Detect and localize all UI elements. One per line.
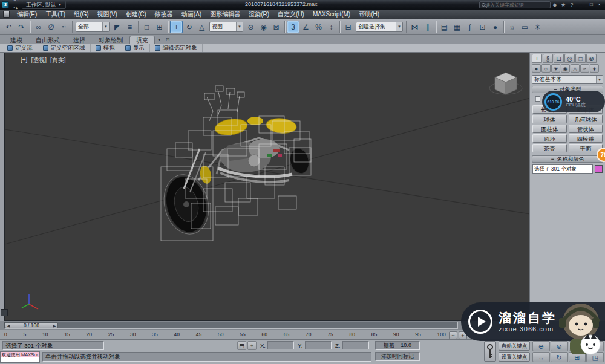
pan-view-button[interactable]: ↔ (532, 352, 550, 362)
category-helpers-icon[interactable]: △ (571, 64, 580, 73)
x-coordinate-field[interactable] (267, 341, 294, 349)
menu-item-11[interactable]: 帮助(H) (355, 10, 384, 19)
percent-snap-toggle-button[interactable]: % (312, 21, 325, 33)
ribbon-tab-3[interactable]: 对象绘制 (92, 36, 129, 44)
z-coordinate-field[interactable] (342, 341, 369, 349)
category-shapes-icon[interactable]: ○ (541, 64, 551, 73)
ribbon-pin-icon[interactable]: ⊡ (163, 36, 172, 44)
ribbon-tab-0[interactable]: 建模 (4, 36, 29, 44)
set-key-button[interactable]: 设置关键点 (499, 352, 530, 362)
ribbon-tool-1[interactable]: 定义空闲区域 (38, 44, 91, 52)
menu-item-3[interactable]: 视图(V) (93, 10, 122, 19)
object-button-7[interactable]: 四棱锥 (569, 134, 603, 143)
select-and-link-button[interactable]: ∞ (32, 21, 45, 33)
viewport-menu-1[interactable]: [透视] (31, 56, 47, 65)
rendered-frame-window-button[interactable]: ▭ (518, 21, 531, 33)
menu-item-9[interactable]: 自定义(U) (273, 10, 309, 19)
selection-lock-icon[interactable]: ⬒ (237, 341, 246, 350)
viewport-menu-2[interactable]: [真实] (50, 56, 66, 65)
category-space-warps-icon[interactable]: ≈ (580, 64, 589, 73)
category-systems-icon[interactable]: ∗ (590, 64, 599, 73)
spinner-snap-toggle-button[interactable]: ↕ (325, 21, 338, 33)
close-button[interactable]: × (595, 1, 603, 8)
layer-manager-button[interactable]: ▤ (438, 21, 451, 33)
unlink-selection-button[interactable]: ∅ (45, 21, 57, 33)
curve-editor-button[interactable]: ∫ (463, 21, 476, 33)
object-name-field[interactable] (532, 164, 593, 174)
ribbon-tool-0[interactable]: 定义流 (2, 44, 38, 52)
named-selection-sets-dropdown[interactable]: 创建选择集▼ (356, 22, 403, 32)
rectangular-selection-region-button[interactable]: □ (140, 21, 153, 33)
panel-tab-display[interactable]: □ (575, 54, 586, 63)
object-button-2[interactable]: 球体 (532, 115, 567, 123)
menu-item-1[interactable]: 工具(T) (41, 10, 70, 19)
qat-undo-icon[interactable]: ↶ (11, 0, 20, 5)
next-frame-icon[interactable]: ▶ (51, 323, 57, 328)
mini-panel-button[interactable] (1, 309, 8, 316)
panel-tab-utilities[interactable]: ⊗ (586, 54, 597, 63)
select-and-uniform-scale-button[interactable]: △ (195, 21, 208, 33)
rollout-name-color[interactable]: − 名称和颜色 (532, 155, 603, 163)
motorcycle-model[interactable] (158, 86, 312, 239)
panel-tab-motion[interactable]: ◎ (564, 54, 575, 63)
menu-item-5[interactable]: 修改器 (151, 10, 177, 19)
select-object-button[interactable]: ◤ (111, 21, 123, 33)
ribbon-toggle-button[interactable]: ▦ (451, 21, 463, 33)
menu-item-10[interactable]: MAXScript(M) (309, 10, 355, 19)
y-coordinate-field[interactable] (305, 341, 332, 349)
use-pivot-point-center-button[interactable]: ⊙ (244, 21, 257, 33)
time-slider-handle[interactable]: ◀ 0 / 100 ▶ (5, 322, 58, 328)
panel-tab-modify[interactable]: § (543, 54, 553, 63)
redo-button[interactable]: ↷ (15, 21, 28, 33)
select-and-manipulate-button[interactable]: ◉ (257, 21, 270, 33)
maxscript-listener-row[interactable] (1, 357, 39, 362)
maxscript-mini-listener[interactable]: 欢迎使用 MAXScr (0, 351, 40, 363)
add-time-tag[interactable]: 添加时间标记 (375, 352, 420, 361)
align-button[interactable]: ∥ (421, 21, 434, 33)
menu-item-4[interactable]: 创建(C) (122, 10, 151, 19)
ribbon-tool-4[interactable]: 编辑选定对象 (150, 44, 203, 52)
select-and-rotate-button[interactable]: ↻ (183, 21, 195, 33)
object-button-4[interactable]: 圆柱体 (532, 125, 567, 133)
workspace-dropdown[interactable]: 工作区: 默认 ▼ (22, 1, 66, 9)
search-input[interactable] (485, 2, 548, 8)
keyboard-shortcut-override-button[interactable]: ⊠ (270, 21, 283, 33)
select-and-move-button[interactable]: + (170, 21, 183, 33)
absolute-offset-mode-icon[interactable]: + (247, 341, 257, 350)
previous-frame-icon[interactable]: ◀ (5, 323, 11, 328)
ribbon-tab-1[interactable]: 自由形式 (29, 36, 67, 44)
object-button-6[interactable]: 圆环 (532, 134, 567, 143)
auto-key-button[interactable]: 自动关键点 (499, 341, 530, 351)
menu-item-0[interactable]: 编辑(E) (13, 10, 41, 19)
communication-center-icon[interactable]: ◆ (551, 1, 559, 9)
material-editor-button[interactable]: ● (489, 21, 502, 33)
category-lights-icon[interactable]: ☀ (551, 64, 560, 73)
infocenter-search[interactable] (479, 1, 551, 8)
menu-item-6[interactable]: 动画(A) (177, 10, 206, 19)
ribbon-tab-2[interactable]: 选择 (67, 36, 92, 44)
render-production-button[interactable]: ☀ (531, 21, 544, 33)
maximize-button[interactable]: □ (587, 1, 595, 8)
menu-item-2[interactable]: 组(G) (70, 10, 93, 19)
category-geometry-icon[interactable]: ● (532, 64, 541, 73)
menu-item-7[interactable]: 图形编辑器 (206, 10, 244, 19)
favorites-icon[interactable]: ★ (559, 1, 567, 9)
viewport-menu-0[interactable]: [+] (21, 56, 27, 65)
edit-named-selection-sets-button[interactable]: ⊟ (342, 21, 355, 33)
category-cameras-icon[interactable]: ◉ (561, 64, 570, 73)
bind-to-space-warp-button[interactable]: ≈ (57, 21, 70, 33)
ribbon-tool-2[interactable]: 模拟 (91, 44, 120, 52)
menu-item-8[interactable]: 渲染(R) (244, 10, 273, 19)
app-logo-icon[interactable]: 3 (2, 1, 9, 8)
set-keys-button[interactable] (484, 341, 496, 362)
object-button-5[interactable]: 管状体 (569, 125, 603, 133)
window-crossing-toggle-button[interactable]: ⊞ (153, 21, 166, 33)
maxscript-macro-row[interactable]: 欢迎使用 MAXScr (1, 352, 39, 357)
autogrid-checkbox[interactable] (535, 96, 540, 102)
snaps-toggle-3d-button[interactable]: 3 (287, 21, 299, 33)
subcategory-dropdown[interactable]: 标准基本体 ▼ (532, 75, 603, 84)
panel-tab-hierarchy[interactable]: ⊟ (554, 54, 564, 63)
open-mini-curve-editor-button[interactable]: ~ (449, 331, 457, 339)
ribbon-tool-3[interactable]: 显示 (120, 44, 150, 52)
reference-coordinate-system-dropdown[interactable]: 视图▼ (209, 22, 243, 32)
